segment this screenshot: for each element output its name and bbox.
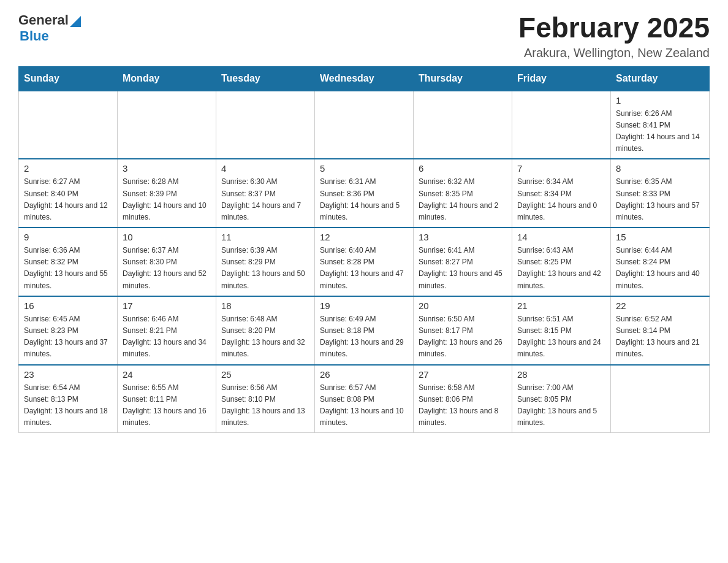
day-info: Sunrise: 6:26 AM Sunset: 8:41 PM Dayligh… bbox=[616, 108, 704, 155]
day-number: 19 bbox=[320, 301, 408, 311]
calendar-cell-8: 8Sunrise: 6:35 AM Sunset: 8:33 PM Daylig… bbox=[611, 159, 710, 228]
calendar-cell-27: 27Sunrise: 6:58 AM Sunset: 8:06 PM Dayli… bbox=[414, 365, 512, 433]
calendar-cell-20: 20Sunrise: 6:50 AM Sunset: 8:17 PM Dayli… bbox=[414, 296, 512, 365]
calendar-cell-28: 28Sunrise: 7:00 AM Sunset: 8:05 PM Dayli… bbox=[512, 365, 611, 433]
day-info: Sunrise: 6:35 AM Sunset: 8:33 PM Dayligh… bbox=[616, 176, 704, 223]
day-number: 21 bbox=[517, 301, 605, 311]
day-info: Sunrise: 6:28 AM Sunset: 8:39 PM Dayligh… bbox=[123, 176, 211, 223]
day-info: Sunrise: 6:51 AM Sunset: 8:15 PM Dayligh… bbox=[517, 313, 605, 361]
day-info: Sunrise: 6:44 AM Sunset: 8:24 PM Dayligh… bbox=[616, 245, 704, 292]
day-number: 28 bbox=[517, 369, 605, 380]
calendar-cell-5: 5Sunrise: 6:31 AM Sunset: 8:36 PM Daylig… bbox=[315, 159, 414, 228]
day-info: Sunrise: 7:00 AM Sunset: 8:05 PM Dayligh… bbox=[517, 382, 605, 429]
day-number: 10 bbox=[123, 232, 211, 242]
calendar-week-row-2: 9Sunrise: 6:36 AM Sunset: 8:32 PM Daylig… bbox=[19, 228, 710, 296]
day-info: Sunrise: 6:49 AM Sunset: 8:18 PM Dayligh… bbox=[320, 313, 408, 361]
calendar-cell-empty bbox=[216, 91, 315, 159]
day-info: Sunrise: 6:58 AM Sunset: 8:06 PM Dayligh… bbox=[419, 382, 507, 429]
page-subtitle: Arakura, Wellington, New Zealand bbox=[518, 46, 710, 60]
calendar-cell-16: 16Sunrise: 6:45 AM Sunset: 8:23 PM Dayli… bbox=[19, 296, 118, 365]
day-info: Sunrise: 6:43 AM Sunset: 8:25 PM Dayligh… bbox=[517, 245, 605, 292]
calendar-cell-empty bbox=[414, 91, 512, 159]
day-info: Sunrise: 6:39 AM Sunset: 8:29 PM Dayligh… bbox=[221, 245, 309, 292]
logo-blue-text: Blue bbox=[20, 28, 49, 44]
calendar-cell-23: 23Sunrise: 6:54 AM Sunset: 8:13 PM Dayli… bbox=[19, 365, 118, 433]
calendar-cell-18: 18Sunrise: 6:48 AM Sunset: 8:20 PM Dayli… bbox=[216, 296, 315, 365]
calendar-cell-4: 4Sunrise: 6:30 AM Sunset: 8:37 PM Daylig… bbox=[216, 159, 315, 228]
calendar-cell-11: 11Sunrise: 6:39 AM Sunset: 8:29 PM Dayli… bbox=[216, 228, 315, 296]
day-number: 20 bbox=[419, 301, 507, 311]
calendar-header-wednesday: Wednesday bbox=[315, 66, 414, 91]
calendar-cell-empty bbox=[512, 91, 611, 159]
day-info: Sunrise: 6:36 AM Sunset: 8:32 PM Dayligh… bbox=[24, 245, 112, 292]
day-info: Sunrise: 6:52 AM Sunset: 8:14 PM Dayligh… bbox=[616, 313, 704, 361]
day-number: 23 bbox=[24, 369, 112, 380]
day-info: Sunrise: 6:37 AM Sunset: 8:30 PM Dayligh… bbox=[123, 245, 211, 292]
day-info: Sunrise: 6:30 AM Sunset: 8:37 PM Dayligh… bbox=[221, 176, 309, 223]
day-info: Sunrise: 6:32 AM Sunset: 8:35 PM Dayligh… bbox=[419, 176, 507, 223]
calendar-cell-19: 19Sunrise: 6:49 AM Sunset: 8:18 PM Dayli… bbox=[315, 296, 414, 365]
calendar-cell-22: 22Sunrise: 6:52 AM Sunset: 8:14 PM Dayli… bbox=[611, 296, 710, 365]
calendar-cell-24: 24Sunrise: 6:55 AM Sunset: 8:11 PM Dayli… bbox=[118, 365, 216, 433]
day-number: 5 bbox=[320, 163, 408, 174]
calendar-cell-empty bbox=[19, 91, 118, 159]
day-info: Sunrise: 6:54 AM Sunset: 8:13 PM Dayligh… bbox=[24, 382, 112, 429]
day-number: 2 bbox=[24, 163, 112, 174]
calendar-cell-15: 15Sunrise: 6:44 AM Sunset: 8:24 PM Dayli… bbox=[611, 228, 710, 296]
logo: General Blue bbox=[18, 12, 81, 44]
day-info: Sunrise: 6:27 AM Sunset: 8:40 PM Dayligh… bbox=[24, 176, 112, 223]
calendar-week-row-0: 1Sunrise: 6:26 AM Sunset: 8:41 PM Daylig… bbox=[19, 91, 710, 159]
day-number: 18 bbox=[221, 301, 309, 311]
day-number: 7 bbox=[517, 163, 605, 174]
calendar-header-friday: Friday bbox=[512, 66, 611, 91]
day-info: Sunrise: 6:31 AM Sunset: 8:36 PM Dayligh… bbox=[320, 176, 408, 223]
logo-triangle-icon bbox=[70, 13, 81, 27]
calendar-header-saturday: Saturday bbox=[611, 66, 710, 91]
calendar-cell-9: 9Sunrise: 6:36 AM Sunset: 8:32 PM Daylig… bbox=[19, 228, 118, 296]
calendar-cell-empty bbox=[118, 91, 216, 159]
day-number: 11 bbox=[221, 232, 309, 242]
day-number: 13 bbox=[419, 232, 507, 242]
calendar-cell-empty bbox=[315, 91, 414, 159]
day-number: 25 bbox=[221, 369, 309, 380]
calendar-week-row-1: 2Sunrise: 6:27 AM Sunset: 8:40 PM Daylig… bbox=[19, 159, 710, 228]
day-number: 15 bbox=[616, 232, 704, 242]
day-number: 14 bbox=[517, 232, 605, 242]
day-info: Sunrise: 6:55 AM Sunset: 8:11 PM Dayligh… bbox=[123, 382, 211, 429]
day-number: 12 bbox=[320, 232, 408, 242]
day-number: 8 bbox=[616, 163, 704, 174]
calendar-cell-2: 2Sunrise: 6:27 AM Sunset: 8:40 PM Daylig… bbox=[19, 159, 118, 228]
calendar-cell-6: 6Sunrise: 6:32 AM Sunset: 8:35 PM Daylig… bbox=[414, 159, 512, 228]
day-number: 24 bbox=[123, 369, 211, 380]
day-number: 17 bbox=[123, 301, 211, 311]
day-info: Sunrise: 6:41 AM Sunset: 8:27 PM Dayligh… bbox=[419, 245, 507, 292]
day-number: 16 bbox=[24, 301, 112, 311]
calendar-cell-13: 13Sunrise: 6:41 AM Sunset: 8:27 PM Dayli… bbox=[414, 228, 512, 296]
calendar-header-sunday: Sunday bbox=[19, 66, 118, 91]
calendar-week-row-4: 23Sunrise: 6:54 AM Sunset: 8:13 PM Dayli… bbox=[19, 365, 710, 433]
calendar-cell-14: 14Sunrise: 6:43 AM Sunset: 8:25 PM Dayli… bbox=[512, 228, 611, 296]
calendar-table: SundayMondayTuesdayWednesdayThursdayFrid… bbox=[18, 66, 710, 434]
calendar-cell-17: 17Sunrise: 6:46 AM Sunset: 8:21 PM Dayli… bbox=[118, 296, 216, 365]
day-number: 22 bbox=[616, 301, 704, 311]
day-info: Sunrise: 6:50 AM Sunset: 8:17 PM Dayligh… bbox=[419, 313, 507, 361]
calendar-header-thursday: Thursday bbox=[414, 66, 512, 91]
day-info: Sunrise: 6:56 AM Sunset: 8:10 PM Dayligh… bbox=[221, 382, 309, 429]
day-number: 27 bbox=[419, 369, 507, 380]
day-number: 3 bbox=[123, 163, 211, 174]
page-title: February 2025 bbox=[518, 12, 710, 44]
calendar-cell-26: 26Sunrise: 6:57 AM Sunset: 8:08 PM Dayli… bbox=[315, 365, 414, 433]
page-header: General Blue February 2025 Arakura, Well… bbox=[18, 12, 710, 60]
day-number: 6 bbox=[419, 163, 507, 174]
logo-general-text: General bbox=[18, 12, 69, 28]
calendar-cell-25: 25Sunrise: 6:56 AM Sunset: 8:10 PM Dayli… bbox=[216, 365, 315, 433]
day-info: Sunrise: 6:57 AM Sunset: 8:08 PM Dayligh… bbox=[320, 382, 408, 429]
calendar-header-row: SundayMondayTuesdayWednesdayThursdayFrid… bbox=[19, 66, 710, 91]
calendar-cell-10: 10Sunrise: 6:37 AM Sunset: 8:30 PM Dayli… bbox=[118, 228, 216, 296]
calendar-header-monday: Monday bbox=[118, 66, 216, 91]
day-info: Sunrise: 6:46 AM Sunset: 8:21 PM Dayligh… bbox=[123, 313, 211, 361]
day-number: 4 bbox=[221, 163, 309, 174]
calendar-week-row-3: 16Sunrise: 6:45 AM Sunset: 8:23 PM Dayli… bbox=[19, 296, 710, 365]
calendar-cell-3: 3Sunrise: 6:28 AM Sunset: 8:39 PM Daylig… bbox=[118, 159, 216, 228]
day-info: Sunrise: 6:34 AM Sunset: 8:34 PM Dayligh… bbox=[517, 176, 605, 223]
